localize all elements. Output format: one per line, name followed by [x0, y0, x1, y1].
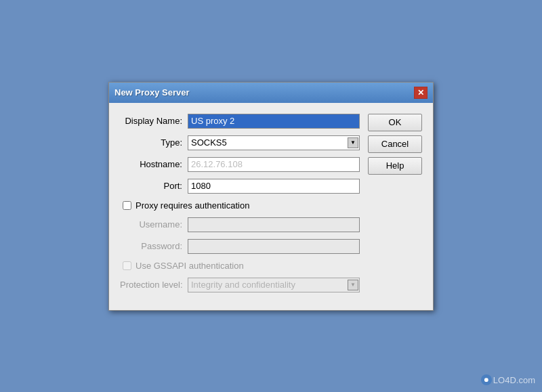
display-name-row: Display Name: [120, 114, 360, 129]
dialog-content: Display Name: Type: SOCKS5 SOCKS4 HTTP H… [109, 103, 433, 310]
protection-level-select[interactable]: Integrity and confidentiality Integrity … [188, 278, 360, 292]
port-input[interactable] [188, 179, 360, 194]
hostname-label: Hostname: [120, 159, 188, 169]
port-row: Port: [120, 179, 360, 194]
username-label: Username: [120, 219, 188, 230]
form-area: Display Name: Type: SOCKS5 SOCKS4 HTTP H… [120, 114, 422, 299]
close-button[interactable]: ✕ [414, 87, 428, 99]
buttons-area: OK Cancel Help [368, 114, 422, 299]
display-name-label: Display Name: [120, 116, 188, 126]
port-label: Port: [120, 181, 188, 191]
type-select-wrapper: SOCKS5 SOCKS4 HTTP HTTPS ▼ [188, 135, 360, 150]
protection-select-wrapper: Integrity and confidentiality Integrity … [188, 278, 360, 292]
gssapi-checkbox[interactable] [123, 261, 131, 270]
title-bar: New Proxy Server ✕ [109, 83, 433, 103]
watermark-text: LO4D.com [493, 375, 535, 385]
help-button[interactable]: Help [368, 157, 422, 175]
username-row: Username: [120, 217, 360, 232]
password-row: Password: [120, 239, 360, 254]
gssapi-checkbox-row: Use GSSAPI authentication [120, 261, 360, 271]
username-input[interactable] [188, 217, 360, 232]
hostname-row: Hostname: [120, 157, 360, 172]
hostname-input[interactable] [188, 157, 360, 172]
password-input[interactable] [188, 239, 360, 254]
auth-checkbox-label: Proxy requires authentication [136, 200, 249, 211]
type-select[interactable]: SOCKS5 SOCKS4 HTTP HTTPS [188, 135, 360, 150]
gssapi-checkbox-label: Use GSSAPI authentication [136, 261, 244, 271]
protection-level-row: Protection level: Integrity and confiden… [120, 278, 360, 292]
form-fields: Display Name: Type: SOCKS5 SOCKS4 HTTP H… [120, 114, 360, 299]
window-title: New Proxy Server [114, 87, 190, 97]
auth-checkbox-row: Proxy requires authentication [120, 200, 360, 211]
display-name-input[interactable] [188, 114, 360, 129]
auth-checkbox[interactable] [123, 201, 131, 210]
protection-level-label: Protection level: [120, 280, 188, 290]
ok-button[interactable]: OK [368, 114, 422, 131]
type-label: Type: [120, 137, 188, 148]
type-row: Type: SOCKS5 SOCKS4 HTTP HTTPS ▼ [120, 135, 360, 150]
watermark-logo: ⏺ [481, 374, 492, 385]
dialog-window: New Proxy Server ✕ Display Name: Type: S… [108, 82, 434, 311]
cancel-button[interactable]: Cancel [368, 135, 422, 153]
password-label: Password: [120, 241, 188, 251]
watermark: ⏺ LO4D.com [481, 374, 535, 385]
